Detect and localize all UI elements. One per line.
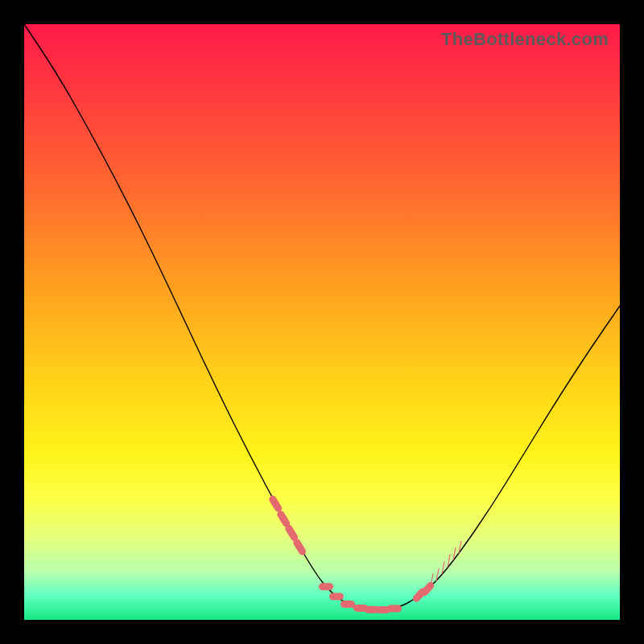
- svg-rect-3: [292, 538, 308, 556]
- svg-rect-5: [329, 593, 344, 601]
- marker-group: [268, 494, 461, 613]
- svg-rect-10: [387, 605, 402, 613]
- bottleneck-curve: [24, 24, 620, 610]
- chart-frame: TheBottleneck.com: [0, 0, 644, 644]
- svg-rect-0: [268, 494, 283, 513]
- svg-rect-4: [319, 583, 333, 590]
- svg-rect-6: [341, 601, 355, 608]
- curve-svg: [24, 24, 620, 620]
- plot-area: TheBottleneck.com: [24, 24, 620, 620]
